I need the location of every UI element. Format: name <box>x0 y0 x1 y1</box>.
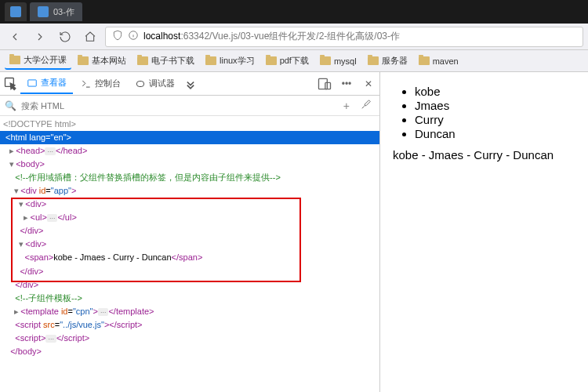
folder-icon <box>368 56 379 65</box>
svg-rect-7 <box>319 78 328 89</box>
selected-node[interactable]: <html lang="en"> <box>0 131 379 144</box>
svg-rect-4 <box>28 79 37 85</box>
devtools-search-row: 🔍 + <box>0 96 379 116</box>
bookmark-item[interactable]: 大学公开课 <box>5 52 71 70</box>
rendered-page: kobe Jmaes Curry Duncan kobe - Jmaes - C… <box>380 72 588 392</box>
reload-button[interactable] <box>55 27 75 47</box>
search-input[interactable] <box>21 101 336 111</box>
bookmark-item[interactable]: maven <box>414 54 463 68</box>
tree-node[interactable]: ▸<template id="cpn">···</template> <box>0 305 379 318</box>
bookmark-item[interactable]: 基本网站 <box>73 53 131 69</box>
browser-tabstrip: 03-作 <box>0 0 588 24</box>
folder-icon <box>205 56 216 65</box>
joined-text: kobe - Jmaes - Curry - Duncan <box>393 148 575 162</box>
tab-inspector[interactable]: 查看器 <box>20 73 73 94</box>
search-icon: 🔍 <box>5 100 16 111</box>
eyedropper-icon[interactable] <box>358 99 375 112</box>
tab-title: 03-作 <box>53 6 74 18</box>
tab-debugger[interactable]: 调试器 <box>129 74 181 93</box>
svg-rect-8 <box>325 82 331 89</box>
navbar: localhost:63342/Vue.js/03-vue组件化开发/2-组件化… <box>0 24 588 50</box>
back-button[interactable] <box>5 27 25 47</box>
folder-icon <box>78 56 89 65</box>
url-bar[interactable]: localhost:63342/Vue.js/03-vue组件化开发/2-组件化… <box>105 27 583 47</box>
active-tab[interactable]: 03-作 <box>30 2 82 21</box>
list-item: Duncan <box>415 127 575 140</box>
folder-icon <box>320 56 331 65</box>
doctype-line[interactable]: <!DOCTYPE html> <box>3 119 76 129</box>
bookmarks-bar: 大学公开课 基本网站 电子书下载 linux学习 pdf下载 mysql 服务器… <box>0 50 588 72</box>
bookmark-label: 基本网站 <box>92 55 126 67</box>
tab-label: 控制台 <box>95 78 121 89</box>
shield-icon <box>112 30 123 43</box>
bookmark-label: mysql <box>334 56 357 66</box>
tree-node[interactable]: <!--子组件模板--> <box>0 292 379 305</box>
tree-node[interactable]: </div> <box>0 265 379 278</box>
tree-node[interactable]: </div> <box>0 224 379 238</box>
bookmark-item[interactable]: mysql <box>315 54 361 68</box>
bookmark-label: 服务器 <box>382 55 408 67</box>
tree-node[interactable]: ▾<div> <box>0 198 379 211</box>
bookmark-label: maven <box>433 56 459 66</box>
element-picker-icon[interactable] <box>3 76 19 92</box>
tab-label: 查看器 <box>41 77 67 89</box>
favicon <box>10 6 21 17</box>
bookmark-item[interactable]: pdf下载 <box>261 53 314 69</box>
list-item: Jmaes <box>415 99 575 112</box>
bookmark-label: 大学公开课 <box>24 54 67 66</box>
responsive-icon[interactable] <box>317 76 332 92</box>
bookmark-label: 电子书下载 <box>151 55 194 67</box>
tree-node[interactable]: <!--作用域插槽：父组件替换插槽的标签，但是内容由子组件来提供--> <box>0 171 379 184</box>
names-list: kobe Jmaes Curry Duncan <box>415 85 575 140</box>
tab-console[interactable]: 控制台 <box>74 74 127 93</box>
close-icon[interactable]: ✕ <box>361 76 376 92</box>
bookmark-item[interactable]: linux学习 <box>201 53 260 69</box>
forward-button[interactable] <box>30 27 50 47</box>
overflow-icon[interactable] <box>183 76 198 92</box>
folder-icon <box>266 56 277 65</box>
folder-icon <box>137 56 148 65</box>
tree-node[interactable]: </div> <box>0 278 379 292</box>
svg-rect-6 <box>136 81 143 86</box>
html-tree[interactable]: <!DOCTYPE html> <html lang="en"> ▸<head>… <box>0 116 379 392</box>
tree-node[interactable]: <script src="../js/vue.js"></script> <box>0 318 379 332</box>
tab-label: 调试器 <box>149 78 175 89</box>
bookmark-label: pdf下载 <box>280 55 309 67</box>
bookmark-item[interactable]: 电子书下载 <box>132 53 199 69</box>
tree-node[interactable]: ▾<div> <box>0 238 379 251</box>
tree-node[interactable]: ▾<body> <box>0 158 379 171</box>
home-button[interactable] <box>80 27 100 47</box>
url-text: localhost:63342/Vue.js/03-vue组件化开发/2-组件化… <box>143 30 400 43</box>
devtools-panel: 查看器 控制台 调试器 ••• ✕ 🔍 + <!DOCTYPE html> <h… <box>0 72 380 392</box>
content-split: 查看器 控制台 调试器 ••• ✕ 🔍 + <!DOCTYPE html> <h… <box>0 72 588 392</box>
tree-node[interactable]: ▾<div id="app"> <box>0 184 379 198</box>
list-item: Curry <box>415 113 575 126</box>
tree-node[interactable]: ▸<head>···</head> <box>0 144 379 158</box>
folder-icon <box>419 56 430 65</box>
bookmark-item[interactable]: 服务器 <box>363 53 412 69</box>
tree-node[interactable]: <script>···</script> <box>0 332 379 345</box>
devtools-tabs: 查看器 控制台 调试器 ••• ✕ <box>0 72 379 96</box>
info-icon[interactable] <box>128 30 139 43</box>
folder-icon <box>9 56 20 64</box>
tree-node[interactable]: <span>kobe - Jmaes - Curry - Duncan</spa… <box>0 251 379 264</box>
add-node-icon[interactable]: + <box>340 100 353 112</box>
meatball-icon[interactable]: ••• <box>339 76 354 92</box>
bookmark-label: linux学习 <box>220 55 255 67</box>
pinned-tab[interactable] <box>5 2 27 21</box>
list-item: kobe <box>415 85 575 98</box>
favicon <box>38 6 49 17</box>
tree-node[interactable]: </body> <box>0 345 379 358</box>
tree-node[interactable]: ▸<ul>···</ul> <box>0 211 379 224</box>
